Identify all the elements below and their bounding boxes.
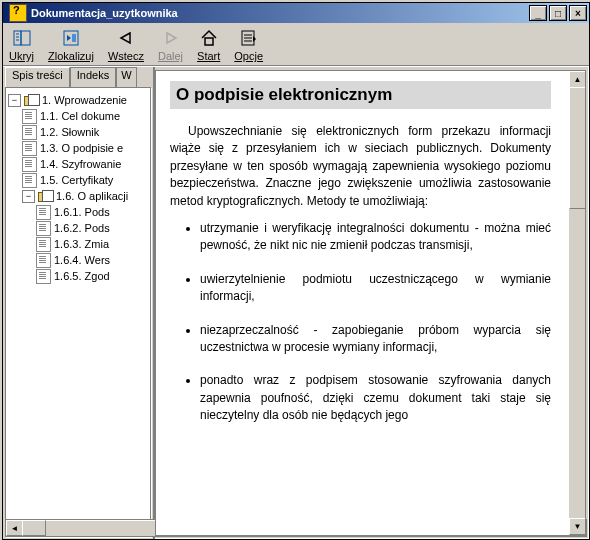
- content-panel: O podpisie elektronicznym Upowszechniani…: [155, 70, 586, 536]
- collapse-icon[interactable]: −: [8, 94, 21, 107]
- list-item: utrzymanie i weryfikację integralności d…: [200, 220, 551, 255]
- window-title: Dokumentacja_uzytkownika: [31, 7, 527, 19]
- tree-node-1-1[interactable]: 1.1. Cel dokume: [22, 108, 148, 124]
- book-icon: [38, 190, 53, 202]
- svg-rect-4: [205, 38, 213, 45]
- nav-tabs: Spis treści Indeks W: [3, 67, 153, 87]
- doc-list: utrzymanie i weryfikację integralności d…: [170, 220, 551, 425]
- page-icon: [36, 269, 51, 284]
- hide-button[interactable]: Ukryj: [9, 27, 34, 62]
- tab-index[interactable]: Indeks: [70, 67, 116, 87]
- page-icon: [22, 173, 37, 188]
- tab-search[interactable]: W: [116, 67, 136, 87]
- options-button[interactable]: Opcje: [234, 27, 263, 62]
- scroll-thumb[interactable]: [22, 520, 46, 536]
- maximize-button[interactable]: □: [549, 5, 567, 21]
- options-icon: [238, 27, 260, 49]
- scroll-thumb[interactable]: [569, 87, 586, 209]
- tree-node-1[interactable]: −1. Wprowadzenie: [8, 92, 148, 108]
- list-item: niezaprzeczalność - zapobieganie próbom …: [200, 322, 551, 357]
- back-arrow-icon: [115, 27, 137, 49]
- svg-rect-3: [72, 34, 76, 42]
- list-item: ponadto wraz z podpisem stosowanie szyfr…: [200, 372, 551, 424]
- book-icon: [24, 94, 39, 106]
- scroll-left-icon[interactable]: ◄: [6, 520, 23, 536]
- minimize-button[interactable]: _: [529, 5, 547, 21]
- tree-node-1-6-5[interactable]: 1.6.5. Zgod: [36, 268, 148, 284]
- tree-node-1-6-3[interactable]: 1.6.3. Zmia: [36, 236, 148, 252]
- close-button[interactable]: ×: [569, 5, 587, 21]
- page-icon: [22, 125, 37, 140]
- home-button[interactable]: Start: [197, 27, 220, 62]
- nav-panel: Spis treści Indeks W −1. Wprowadzenie 1.…: [3, 67, 155, 539]
- tree-node-1-5[interactable]: 1.5. Certyfikaty: [22, 172, 148, 188]
- back-button[interactable]: Wstecz: [108, 27, 144, 62]
- doc-heading: O podpisie elektronicznym: [170, 81, 551, 109]
- content-v-scrollbar[interactable]: ▲ ▼: [569, 71, 585, 535]
- app-icon: [9, 4, 27, 22]
- doc-paragraph: Upowszechnianie się elektronicznych form…: [170, 123, 551, 210]
- page-icon: [22, 109, 37, 124]
- tree-node-1-4[interactable]: 1.4. Szyfrowanie: [22, 156, 148, 172]
- collapse-icon[interactable]: −: [22, 190, 35, 203]
- page-icon: [36, 205, 51, 220]
- svg-rect-1: [21, 31, 30, 45]
- help-window: Dokumentacja_uzytkownika _ □ × Ukryj Zlo…: [2, 2, 590, 540]
- scroll-up-icon[interactable]: ▲: [569, 71, 586, 88]
- tree-node-1-6-2[interactable]: 1.6.2. Pods: [36, 220, 148, 236]
- page-icon: [36, 237, 51, 252]
- forward-button: Dalej: [158, 27, 183, 62]
- list-item: uwierzytelnienie podmiotu uczestnicząceg…: [200, 271, 551, 306]
- toolbar: Ukryj Zlokalizuj Wstecz Dalej Start: [3, 23, 589, 66]
- hide-icon: [11, 27, 33, 49]
- titlebar[interactable]: Dokumentacja_uzytkownika _ □ ×: [3, 3, 589, 23]
- page-icon: [22, 141, 37, 156]
- scroll-down-icon[interactable]: ▼: [569, 518, 586, 535]
- locate-icon: [60, 27, 82, 49]
- tree-node-1-2[interactable]: 1.2. Słownik: [22, 124, 148, 140]
- home-icon: [198, 27, 220, 49]
- page-icon: [36, 253, 51, 268]
- page-icon: [22, 157, 37, 172]
- tree-node-1-6-4[interactable]: 1.6.4. Wers: [36, 252, 148, 268]
- locate-button[interactable]: Zlokalizuj: [48, 27, 94, 62]
- toc-tree: −1. Wprowadzenie 1.1. Cel dokume 1.2. Sł…: [5, 87, 151, 537]
- body: Spis treści Indeks W −1. Wprowadzenie 1.…: [3, 66, 589, 539]
- forward-arrow-icon: [160, 27, 182, 49]
- svg-rect-0: [14, 31, 21, 45]
- document: O podpisie elektronicznym Upowszechniani…: [156, 71, 569, 535]
- page-icon: [36, 221, 51, 236]
- tree-node-1-6-1[interactable]: 1.6.1. Pods: [36, 204, 148, 220]
- tree-node-1-3[interactable]: 1.3. O podpisie e: [22, 140, 148, 156]
- tab-toc[interactable]: Spis treści: [5, 67, 70, 87]
- tree-node-1-6[interactable]: −1.6. O aplikacji: [22, 188, 148, 204]
